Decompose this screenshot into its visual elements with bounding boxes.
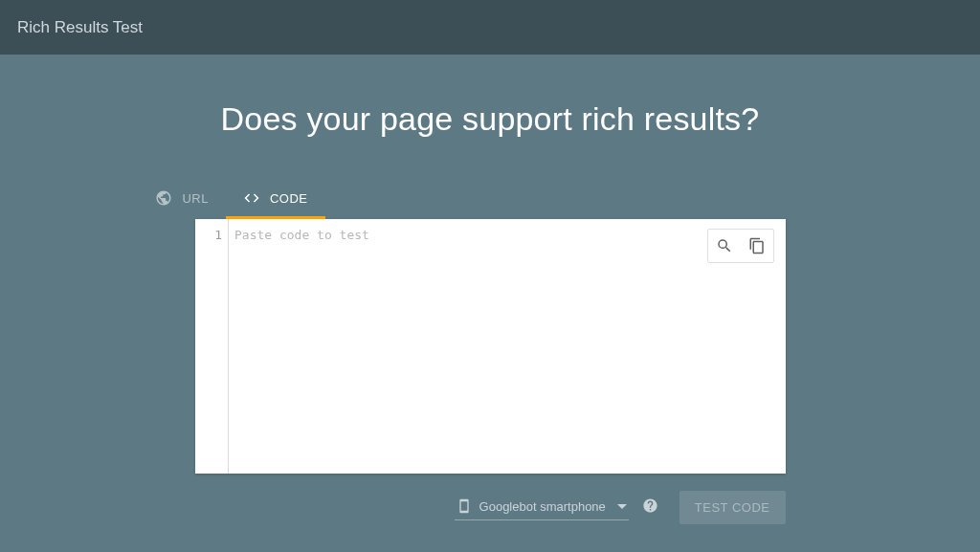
help-button[interactable] [642,497,658,518]
crawler-select-label: Googlebot smartphone [479,499,606,514]
line-number-gutter: 1 [195,219,229,474]
search-button[interactable] [708,230,741,262]
tab-url[interactable]: URL [138,180,226,219]
line-number-1: 1 [214,228,222,242]
tab-url-label: URL [182,191,209,206]
footer-controls: Googlebot smartphone TEST CODE [195,491,786,524]
crawler-select[interactable]: Googlebot smartphone [455,495,629,520]
page-headline: Does your page support rich results? [221,100,760,138]
code-editor-area [229,219,786,474]
search-icon [716,237,733,254]
tab-code-label: CODE [270,191,308,206]
app-header: Rich Results Test [0,0,980,55]
code-icon [243,189,260,207]
editor-toolbar [707,229,774,263]
help-icon [642,497,658,514]
smartphone-icon [457,498,472,514]
app-title: Rich Results Test [17,18,143,37]
chevron-down-icon [617,504,627,509]
main-content: Does your page support rich results? URL… [0,55,980,524]
input-mode-tabs: URL CODE [138,180,324,219]
code-input[interactable] [234,228,786,474]
globe-icon [155,189,172,207]
test-code-button[interactable]: TEST CODE [679,491,786,524]
copy-icon [748,237,766,254]
tab-code[interactable]: CODE [226,180,325,219]
code-editor-panel: 1 [195,219,786,474]
copy-button[interactable] [741,230,773,262]
